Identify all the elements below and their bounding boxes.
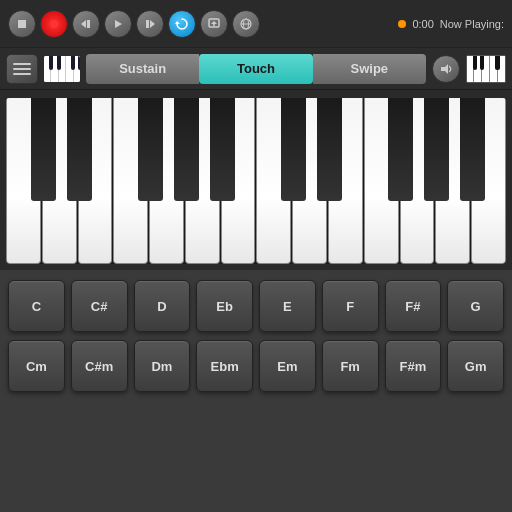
chord-C[interactable]: C <box>8 280 65 332</box>
chord-F[interactable]: F <box>322 280 379 332</box>
chord-D[interactable]: D <box>134 280 191 332</box>
mini-piano-display <box>466 55 506 83</box>
record-button[interactable] <box>40 10 68 38</box>
chord-Dm[interactable]: Dm <box>134 340 191 392</box>
export-button[interactable] <box>200 10 228 38</box>
chord-E[interactable]: E <box>259 280 316 332</box>
svg-rect-6 <box>146 20 149 28</box>
mode-tabs: Sustain Touch Swipe <box>86 54 426 84</box>
refresh-button[interactable] <box>168 10 196 38</box>
black-key-2[interactable] <box>67 98 92 201</box>
svg-marker-14 <box>441 64 448 74</box>
svg-rect-3 <box>87 20 90 28</box>
now-playing-area: 0:00 Now Playing: <box>398 18 504 30</box>
black-key-10[interactable] <box>460 98 485 201</box>
now-playing-label: Now Playing: <box>440 18 504 30</box>
tab-swipe[interactable]: Swipe <box>313 54 426 84</box>
chord-F#[interactable]: F# <box>385 280 442 332</box>
svg-marker-7 <box>175 21 180 24</box>
menu-button[interactable] <box>6 54 38 84</box>
svg-marker-2 <box>81 20 86 28</box>
black-key-6[interactable] <box>281 98 306 201</box>
chord-C#m[interactable]: C#m <box>71 340 128 392</box>
piano-icon[interactable] <box>44 56 80 82</box>
chord-Gm[interactable]: Gm <box>447 340 504 392</box>
svg-marker-10 <box>211 21 217 24</box>
fast-forward-button[interactable] <box>136 10 164 38</box>
app-container: 0:00 Now Playing: Sustain <box>0 0 512 512</box>
black-key-1[interactable] <box>31 98 56 201</box>
black-key-9[interactable] <box>424 98 449 201</box>
chord-Em[interactable]: Em <box>259 340 316 392</box>
svg-marker-4 <box>115 20 122 28</box>
chord-Fm[interactable]: Fm <box>322 340 379 392</box>
toolbar: 0:00 Now Playing: <box>0 0 512 48</box>
major-chord-row: C C# D Eb E F F# G <box>8 280 504 332</box>
black-key-8[interactable] <box>388 98 413 201</box>
svg-point-1 <box>50 20 58 28</box>
piano-area <box>0 90 512 270</box>
play-button[interactable] <box>104 10 132 38</box>
black-key-7[interactable] <box>317 98 342 201</box>
svg-marker-5 <box>150 20 155 28</box>
chord-Eb[interactable]: Eb <box>196 280 253 332</box>
chord-Ebm[interactable]: Ebm <box>196 340 253 392</box>
stop-button[interactable] <box>8 10 36 38</box>
tab-touch[interactable]: Touch <box>199 54 312 84</box>
globe-button[interactable] <box>232 10 260 38</box>
chord-F#m[interactable]: F#m <box>385 340 442 392</box>
status-dot <box>398 20 406 28</box>
chord-G[interactable]: G <box>447 280 504 332</box>
rewind-button[interactable] <box>72 10 100 38</box>
piano-keys-container <box>6 98 506 264</box>
black-key-5[interactable] <box>210 98 235 201</box>
chord-Cm[interactable]: Cm <box>8 340 65 392</box>
chord-area: C C# D Eb E F F# G Cm C#m Dm Ebm Em Fm F… <box>0 270 512 512</box>
minor-chord-row: Cm C#m Dm Ebm Em Fm F#m Gm <box>8 340 504 392</box>
timer-display: 0:00 <box>412 18 433 30</box>
svg-rect-0 <box>18 20 26 28</box>
mode-bar: Sustain Touch Swipe <box>0 48 512 90</box>
chord-C#[interactable]: C# <box>71 280 128 332</box>
black-key-3[interactable] <box>138 98 163 201</box>
volume-button[interactable] <box>432 55 460 83</box>
tab-sustain[interactable]: Sustain <box>86 54 199 84</box>
black-key-4[interactable] <box>174 98 199 201</box>
